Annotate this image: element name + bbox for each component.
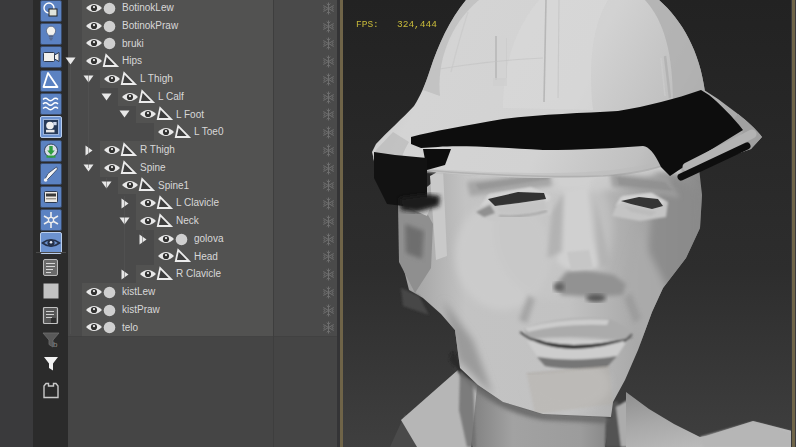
svg-text:324,444: 324,444 bbox=[397, 19, 437, 30]
svg-text:FPS:: FPS: bbox=[356, 19, 379, 30]
